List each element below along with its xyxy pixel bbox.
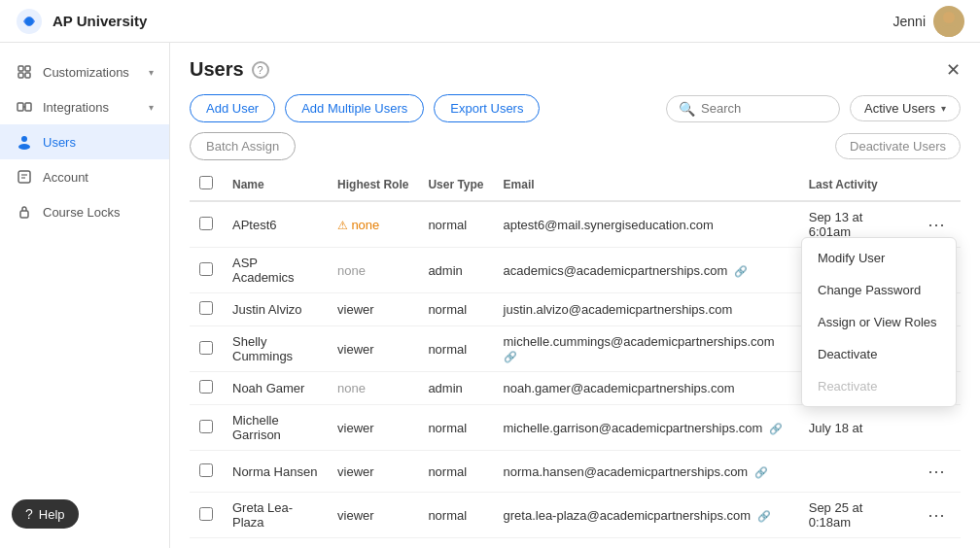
row-last-activity (799, 451, 912, 493)
row-email: aptest6@mail.synergiseducation.com (494, 201, 799, 248)
row-name: ASP Academics (223, 248, 328, 293)
svg-rect-6 (25, 66, 30, 71)
page-title-row: Users ? (190, 58, 269, 81)
add-user-button[interactable]: Add User (190, 94, 275, 122)
nav-user-area: Jenni (893, 6, 964, 37)
row-name: Noah Gamer (223, 372, 328, 405)
search-box[interactable]: 🔍 (666, 95, 840, 122)
row-highest-role: viewer (328, 293, 418, 326)
row-user-type: normal (418, 451, 493, 493)
header-name: Name (223, 168, 328, 201)
app-title: AP University (52, 13, 147, 29)
context-menu-item: Reactivate (802, 370, 956, 402)
batch-assign-area: Batch Assign (190, 132, 296, 160)
row-email: jenni.macintosh@gmail.com 🔗 (494, 538, 799, 549)
row-user-type: normal (418, 201, 493, 248)
sidebar-item-account[interactable]: Account (0, 159, 169, 194)
context-menu-item[interactable]: Deactivate (802, 338, 956, 370)
nav-brand: AP University (16, 8, 147, 35)
row-user-type: admin (418, 248, 493, 293)
deactivate-users-button[interactable]: Deactivate Users (835, 133, 961, 159)
header-email: Email (494, 168, 799, 201)
context-menu-item[interactable]: Change Password (802, 274, 956, 306)
context-menu-item[interactable]: Assign or View Roles (802, 306, 956, 338)
row-user-type: admin (418, 538, 493, 549)
role-label: none (351, 218, 379, 232)
row-last-activity: Sep 25 at 0:18am (799, 493, 912, 538)
sidebar-item-users[interactable]: Users (0, 124, 169, 159)
row-checkbox[interactable] (199, 217, 213, 230)
action-row-right: 🔍 Active Users ▾ (666, 95, 961, 122)
search-icon: 🔍 (679, 101, 695, 117)
more-options-button[interactable]: ⋯ (922, 502, 951, 528)
row-checkbox-cell (190, 538, 223, 549)
dropdown-chevron-icon: ▾ (941, 103, 946, 114)
avatar[interactable] (933, 6, 964, 37)
active-users-dropdown[interactable]: Active Users ▾ (850, 95, 961, 121)
customizations-icon (16, 63, 33, 81)
row-checkbox[interactable] (199, 507, 213, 521)
svg-point-1 (25, 17, 33, 25)
row-checkbox-cell (190, 326, 223, 372)
email-link-icon[interactable]: 🔗 (754, 510, 771, 522)
svg-point-12 (21, 136, 27, 142)
batch-assign-button[interactable]: Batch Assign (190, 132, 296, 160)
main-layout: Customizations ▾ Integrations ▾ (0, 43, 980, 548)
warn-icon: ⚠ (337, 219, 351, 232)
row-highest-role: viewer (328, 451, 418, 493)
svg-rect-10 (25, 103, 31, 111)
active-users-label: Active Users (864, 101, 935, 116)
email-link-icon[interactable]: 🔗 (766, 423, 783, 434)
row-name: Greta Lea-Plaza (223, 493, 328, 538)
action-row-left: Add User Add Multiple Users Export Users (190, 94, 540, 122)
customizations-label: Customizations (43, 65, 129, 80)
sidebar-item-integrations[interactable]: Integrations ▾ (0, 89, 169, 124)
row-last-activity: Aug 31 at 3:52am (799, 538, 912, 549)
row-email: norma.hansen@academicpartnerships.com 🔗 (494, 451, 799, 493)
page-help-icon[interactable]: ? (252, 61, 269, 79)
sidebar-item-course-locks[interactable]: Course Locks (0, 194, 169, 229)
add-multiple-users-button[interactable]: Add Multiple Users (285, 94, 424, 122)
customizations-chevron-icon: ▾ (149, 67, 154, 78)
sidebar-item-customizations[interactable]: Customizations ▾ (0, 54, 169, 89)
course-locks-label: Course Locks (43, 205, 120, 220)
account-label: Account (43, 170, 88, 185)
row-email: noah.gamer@academicpartnerships.com (494, 372, 799, 405)
close-icon[interactable]: ✕ (946, 59, 961, 81)
row-checkbox[interactable] (199, 380, 213, 394)
row-last-activity: July 18 at (799, 405, 912, 451)
header-last-activity: Last Activity (799, 168, 912, 201)
email-link-icon[interactable]: 🔗 (504, 351, 517, 362)
search-input[interactable] (701, 101, 827, 116)
row-user-type: normal (418, 326, 493, 372)
email-link-icon[interactable]: 🔗 (752, 466, 768, 478)
row-checkbox[interactable] (199, 463, 213, 477)
action-row-2: Batch Assign Deactivate Users (190, 132, 961, 160)
row-checkbox-cell (190, 493, 223, 538)
row-checkbox[interactable] (199, 341, 213, 355)
row-highest-role: none (328, 538, 418, 549)
integrations-chevron-icon: ▾ (149, 102, 154, 113)
row-checkbox[interactable] (199, 301, 213, 315)
row-highest-role: ⚠ none (328, 201, 418, 248)
help-button[interactable]: ? Help (12, 499, 79, 529)
row-checkbox[interactable] (199, 420, 213, 433)
row-email: academics@academicpartnerships.com 🔗 (494, 248, 799, 293)
table-row: Michelle Garrisonviewernormalmichelle.ga… (190, 405, 961, 451)
more-options-button[interactable]: ⋯ (922, 459, 951, 484)
row-actions (912, 405, 961, 451)
svg-rect-9 (18, 103, 23, 111)
row-checkbox-cell (190, 405, 223, 451)
more-options-button[interactable]: ⋯ (922, 212, 951, 237)
context-menu: Modify UserChange PasswordAssign or View… (801, 237, 957, 407)
row-name: Norma Hansen (223, 451, 328, 493)
context-menu-item[interactable]: Modify User (802, 242, 956, 274)
row-email: greta.lea-plaza@academicpartnerships.com… (494, 493, 799, 538)
email-link-icon[interactable]: 🔗 (731, 265, 748, 277)
header-actions (912, 168, 961, 201)
row-checkbox[interactable] (199, 262, 213, 276)
export-users-button[interactable]: Export Users (434, 94, 540, 122)
help-label: Help (39, 507, 65, 522)
select-all-checkbox[interactable] (199, 176, 213, 189)
row-highest-role: viewer (328, 493, 418, 538)
